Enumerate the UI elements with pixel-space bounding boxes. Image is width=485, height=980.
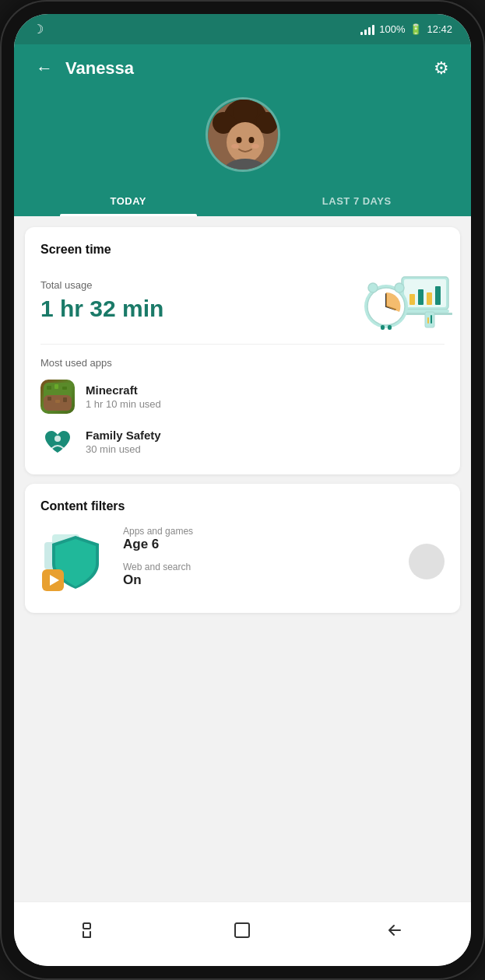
svg-rect-32 bbox=[47, 386, 51, 390]
list-item: Minecraft 1 hr 10 min used bbox=[40, 380, 445, 414]
svg-rect-16 bbox=[435, 286, 441, 305]
svg-rect-44 bbox=[84, 924, 90, 928]
content-filters-card: Content filters bbox=[25, 484, 460, 613]
svg-point-23 bbox=[368, 283, 378, 292]
back-button-nav[interactable] bbox=[373, 915, 416, 950]
moon-icon: ☽ bbox=[33, 23, 44, 36]
app-info-minecraft: Minecraft 1 hr 10 min used bbox=[86, 383, 161, 410]
app-name: Family Safety bbox=[86, 429, 161, 442]
filters-info: Apps and games Age 6 Web and search On bbox=[123, 526, 396, 597]
svg-rect-26 bbox=[388, 325, 392, 330]
svg-rect-35 bbox=[47, 397, 51, 401]
clock-svg bbox=[359, 269, 452, 335]
svg-rect-28 bbox=[427, 317, 429, 324]
profile-section bbox=[14, 82, 471, 172]
shield-illustration bbox=[40, 527, 111, 597]
minecraft-block-svg bbox=[44, 383, 72, 411]
list-item: Family Safety 30 min used bbox=[40, 425, 445, 459]
svg-rect-25 bbox=[381, 325, 385, 330]
home-icon bbox=[234, 922, 251, 939]
avatar-svg bbox=[208, 100, 280, 172]
svg-rect-36 bbox=[55, 400, 60, 403]
tab-today[interactable]: TODAY bbox=[14, 186, 243, 216]
family-safety-svg bbox=[40, 425, 75, 459]
app-usage: 1 hr 10 min used bbox=[86, 398, 161, 410]
toggle-button[interactable] bbox=[409, 544, 445, 579]
svg-rect-29 bbox=[431, 315, 432, 324]
apps-games-label: Apps and games bbox=[123, 526, 396, 537]
svg-point-38 bbox=[54, 436, 61, 442]
screen-time-card: Screen time Total usage 1 hr 32 min bbox=[25, 227, 460, 474]
family-safety-icon bbox=[40, 425, 75, 459]
svg-rect-33 bbox=[54, 384, 58, 389]
battery-icon: 🔋 bbox=[409, 23, 422, 35]
svg-rect-27 bbox=[425, 312, 434, 327]
svg-rect-43 bbox=[83, 923, 90, 929]
main-content: Screen time Total usage 1 hr 32 min bbox=[14, 216, 471, 901]
svg-rect-37 bbox=[63, 397, 67, 402]
clock-illustration bbox=[359, 269, 445, 331]
signal-bars bbox=[360, 24, 374, 35]
svg-point-6 bbox=[236, 137, 241, 143]
total-usage-label: Total usage bbox=[40, 279, 359, 291]
status-right: 100% 🔋 12:42 bbox=[360, 23, 452, 35]
svg-rect-14 bbox=[418, 289, 423, 305]
minecraft-icon bbox=[40, 380, 75, 414]
home-button[interactable] bbox=[221, 915, 263, 950]
svg-rect-15 bbox=[427, 292, 432, 305]
svg-rect-45 bbox=[235, 923, 249, 937]
screen-time-content: Total usage 1 hr 32 min bbox=[40, 269, 445, 331]
avatar bbox=[206, 97, 280, 172]
apps-games-filter-row: Apps and games Age 6 bbox=[123, 526, 396, 552]
status-bar: ☽ 100% 🔋 12:42 bbox=[14, 14, 471, 44]
apps-games-value: Age 6 bbox=[123, 537, 396, 552]
app-usage: 30 min used bbox=[86, 443, 161, 455]
tab-last7days[interactable]: LAST 7 DAYS bbox=[243, 186, 472, 216]
settings-button[interactable]: ⚙ bbox=[427, 55, 455, 82]
svg-point-24 bbox=[395, 283, 404, 292]
tabs-container: TODAY LAST 7 DAYS bbox=[14, 172, 471, 216]
back-arrow-icon bbox=[385, 921, 404, 940]
screen-time-title: Screen time bbox=[40, 243, 445, 257]
svg-point-8 bbox=[231, 144, 239, 149]
usage-section: Total usage 1 hr 32 min bbox=[40, 279, 359, 322]
svg-point-9 bbox=[251, 144, 259, 149]
web-search-label: Web and search bbox=[123, 562, 396, 572]
divider-1 bbox=[40, 344, 445, 345]
svg-rect-34 bbox=[62, 387, 67, 390]
content-filters-title: Content filters bbox=[40, 499, 445, 513]
total-usage-value: 1 hr 32 min bbox=[40, 296, 359, 322]
most-used-apps-label: Most used apps bbox=[40, 357, 445, 369]
app-info-family-safety: Family Safety 30 min used bbox=[86, 429, 161, 455]
clock-display: 12:42 bbox=[427, 23, 452, 35]
svg-point-5 bbox=[227, 122, 264, 163]
svg-point-7 bbox=[248, 137, 254, 143]
extra-space bbox=[25, 622, 460, 638]
web-search-value: On bbox=[123, 572, 396, 588]
battery-percent: 100% bbox=[379, 23, 405, 35]
back-button[interactable]: ← bbox=[30, 55, 59, 82]
top-bar: ← Vanessa ⚙ bbox=[14, 44, 471, 82]
bottom-nav bbox=[14, 901, 471, 966]
svg-point-4 bbox=[233, 100, 258, 124]
status-left: ☽ bbox=[33, 22, 44, 37]
shield-svg bbox=[40, 527, 111, 597]
phone-screen: ☽ 100% 🔋 12:42 ← Vanessa ⚙ bbox=[14, 14, 471, 966]
phone-frame: ☽ 100% 🔋 12:42 ← Vanessa ⚙ bbox=[0, 0, 485, 980]
page-title: Vanessa bbox=[65, 58, 427, 79]
recent-apps-icon bbox=[81, 921, 100, 940]
web-search-filter-row: Web and search On bbox=[123, 562, 396, 588]
recent-apps-button[interactable] bbox=[69, 915, 112, 950]
svg-rect-13 bbox=[409, 294, 415, 305]
content-filters-content: Apps and games Age 6 Web and search On bbox=[40, 526, 445, 597]
app-name: Minecraft bbox=[86, 383, 161, 397]
